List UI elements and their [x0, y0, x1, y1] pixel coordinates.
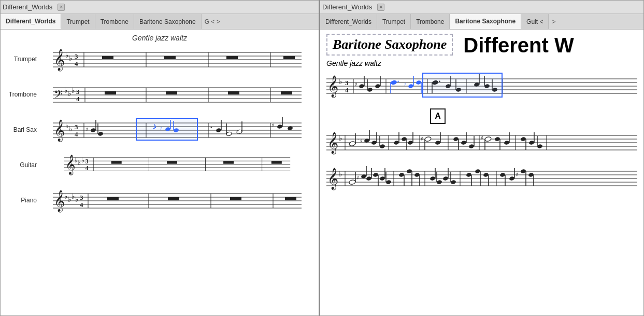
svg-rect-34	[166, 91, 177, 94]
svg-text:♯: ♯	[271, 122, 274, 128]
svg-rect-17	[283, 56, 295, 59]
svg-text:♭: ♭	[75, 196, 79, 203]
tab-baritone-sax-right[interactable]: Baritone Saxophone	[450, 14, 521, 29]
svg-point-238	[414, 172, 420, 177]
svg-text:4: 4	[80, 201, 83, 209]
svg-text:♭: ♭	[64, 87, 68, 94]
svg-text:♭: ♭	[68, 90, 71, 98]
trombone-staff: 𝄢 ♭ ♭ ♭ 3 4	[40, 81, 314, 107]
bari-sax-label: Bari Sax	[5, 126, 40, 133]
svg-point-193	[468, 144, 474, 148]
piece-title: Different W	[463, 34, 574, 57]
tab-different-worlds-right[interactable]: Different_Worlds	[320, 14, 377, 29]
bari-sax-staff-row: Bari Sax 𝄞 ♭ ♭	[5, 117, 314, 143]
svg-point-247	[450, 180, 456, 184]
svg-text:♭: ♭	[65, 51, 69, 59]
svg-point-207	[528, 140, 534, 145]
left-window-title: Different_Worlds	[3, 3, 52, 11]
left-score-subtitle: Gentle jazz waltz	[5, 34, 314, 42]
svg-text:𝄞: 𝄞	[54, 190, 65, 213]
tab-trumpet-left[interactable]: Trumpet	[61, 14, 95, 29]
svg-point-241	[430, 176, 435, 181]
rehearsal-section: A	[326, 107, 637, 126]
guitar-staff-row: Guitar 𝄞 8 ♭ ♭	[5, 152, 314, 178]
svg-text:♭: ♭	[68, 196, 71, 203]
svg-text:♭: ♭	[78, 159, 81, 167]
svg-point-231	[385, 180, 391, 184]
guitar-staff: 𝄞 8 ♭ ♭ ♭ 3 4	[40, 152, 314, 178]
right-close-button[interactable]: ×	[377, 4, 384, 11]
tab-guitar-right[interactable]: Guit <	[521, 14, 549, 29]
tab-different-worlds-left[interactable]: Different_Worlds	[1, 14, 61, 29]
svg-text:𝄞: 𝄞	[327, 168, 338, 190]
svg-text:♭: ♭	[64, 193, 68, 200]
svg-text:♯: ♯	[516, 172, 518, 177]
svg-rect-92	[223, 161, 234, 163]
svg-text:4: 4	[75, 130, 78, 138]
right-staff-2-svg: 𝄞 ♭ . ♯	[326, 128, 637, 157]
svg-text:8: 8	[70, 172, 72, 176]
svg-point-71	[277, 124, 282, 129]
svg-text:4: 4	[85, 164, 89, 172]
tab-trumpet-right[interactable]: Trumpet	[377, 14, 411, 29]
svg-text:♯: ♯	[481, 135, 483, 141]
svg-point-186	[435, 140, 440, 145]
svg-rect-33	[105, 91, 116, 94]
svg-text:♯: ♯	[356, 175, 359, 181]
tab-trombone-left[interactable]: Trombone	[95, 14, 134, 29]
trumpet-svg: 𝄞 ♭ ♭ 3 4	[40, 46, 314, 72]
guitar-label: Guitar	[5, 161, 40, 169]
left-close-button[interactable]: ×	[58, 4, 65, 11]
left-title-bar: Different_Worlds ×	[1, 1, 319, 14]
svg-text:𝄢: 𝄢	[54, 88, 63, 103]
right-tab-bar: Different_Worlds Trumpet Trombone Barito…	[320, 14, 643, 30]
part-title: Baritone Saxophone	[333, 37, 447, 52]
svg-rect-35	[228, 91, 239, 94]
svg-point-202	[504, 140, 509, 145]
svg-point-170	[371, 140, 377, 145]
svg-text:4: 4	[76, 95, 80, 103]
svg-point-259	[509, 176, 514, 181]
svg-point-136	[408, 84, 413, 88]
right-staff-3-svg: 𝄞 ♭ ♯	[326, 164, 637, 193]
guitar-svg: 𝄞 8 ♭ ♭ ♭ 3 4	[40, 152, 314, 178]
svg-text:♭: ♭	[339, 134, 342, 142]
svg-point-129	[375, 84, 380, 88]
svg-point-209	[537, 144, 542, 148]
right-selection-box	[422, 73, 503, 98]
svg-point-138	[416, 80, 421, 85]
svg-text:♭: ♭	[71, 193, 75, 200]
svg-text:♭: ♭	[339, 170, 342, 178]
tab-scroll-right[interactable]: >	[549, 16, 559, 28]
tab-baritone-sax-left[interactable]: Baritone Saxophone	[134, 14, 202, 29]
svg-text:3: 3	[345, 79, 349, 87]
svg-text:♭: ♭	[71, 87, 75, 94]
left-window: Different_Worlds × Different_Worlds Trum…	[0, 0, 319, 316]
svg-point-257	[499, 172, 505, 177]
svg-text:♭: ♭	[75, 157, 78, 164]
svg-point-227	[373, 172, 378, 177]
svg-text:•: •	[210, 125, 212, 130]
svg-point-177	[401, 136, 407, 141]
svg-rect-113	[285, 197, 296, 200]
tab-more-left[interactable]: G < >	[202, 16, 223, 28]
svg-rect-90	[111, 161, 122, 163]
tab-trombone-right[interactable]: Trombone	[411, 14, 450, 29]
svg-rect-110	[107, 197, 119, 200]
svg-text:♯: ♯	[360, 138, 363, 144]
piano-staff: 𝄞 ♭ ♭ ♭ ♭ 3 4	[40, 187, 314, 213]
svg-text:♭: ♭	[339, 78, 342, 86]
svg-text:𝄞: 𝄞	[65, 155, 76, 175]
svg-text:♭: ♭	[65, 122, 69, 130]
svg-point-264	[528, 172, 534, 177]
svg-text:♯: ♯	[404, 81, 407, 87]
svg-text:♭: ♭	[69, 125, 73, 133]
svg-text:.: .	[430, 135, 432, 141]
svg-point-66	[226, 131, 232, 136]
bari-sax-staff: 𝄞 ♭ ♭ 3 4 ♯	[40, 117, 314, 143]
svg-rect-112	[230, 197, 241, 200]
svg-point-125	[359, 84, 364, 88]
svg-text:4: 4	[75, 60, 78, 67]
svg-point-243	[436, 180, 442, 184]
trombone-staff-row: Trombone 𝄢 ♭ ♭ ♭	[5, 81, 314, 107]
